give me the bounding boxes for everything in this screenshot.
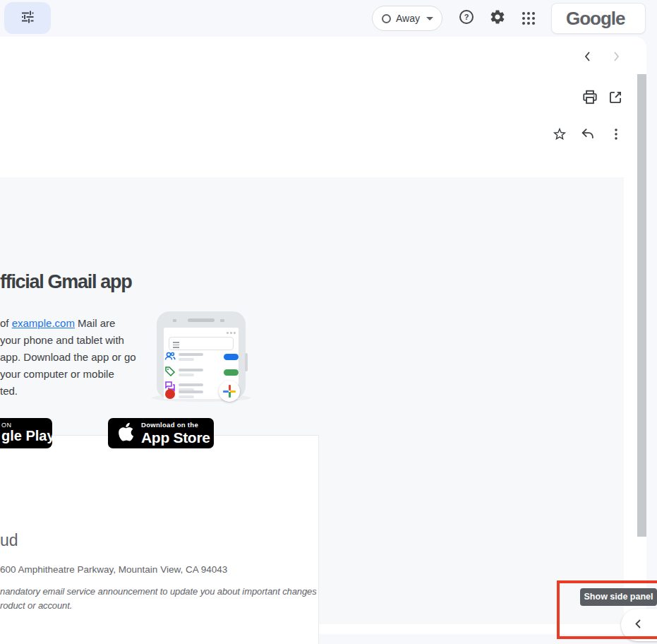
email-paragraph-line: your computer or mobile [0, 368, 114, 380]
email-paragraph-line: your phone and tablet with [0, 334, 124, 346]
caret-down-icon [426, 17, 433, 20]
list-line [179, 353, 203, 356]
email-paragraph-line: ted. [0, 385, 18, 397]
gear-icon [489, 8, 506, 28]
open-in-new-icon [607, 89, 624, 109]
tune-icon [20, 9, 35, 28]
app-store-badge-top-text: Download on the [141, 422, 210, 429]
google-play-badge-main-text: gle Play [1, 428, 52, 444]
footer-address: 600 Amphitheatre Parkway, Mountain View,… [0, 564, 227, 575]
green-pill [224, 369, 239, 376]
footer-brand: ud [0, 531, 18, 550]
apps-grid-icon [522, 12, 535, 25]
footer-disclaimer-line: roduct or account. [0, 600, 72, 611]
label-icon [164, 366, 176, 377]
google-play-badge[interactable]: ON gle Play [0, 418, 52, 448]
google-account-card[interactable]: Google [551, 3, 646, 34]
phone-side-button [245, 353, 248, 371]
people-icon [164, 350, 176, 362]
email-paragraph-line: of example.com Mail are [0, 317, 115, 329]
reply-button[interactable] [579, 127, 596, 144]
list-line [179, 395, 194, 398]
list-line [179, 390, 203, 393]
gmail-window: Away ? Google [0, 0, 657, 644]
chevron-right-icon [609, 49, 623, 66]
footer-disclaimer-line: nandatory email service announcement to … [0, 586, 317, 597]
tune-filters-button[interactable] [4, 2, 51, 34]
email-body [0, 177, 624, 624]
plus-fab-icon [219, 381, 240, 402]
list-line [179, 383, 203, 386]
chevron-left-icon [581, 49, 595, 66]
print-icon [581, 89, 598, 109]
print-button[interactable] [581, 90, 598, 107]
app-store-badge-main-text: App Store [141, 430, 210, 445]
blue-pill [224, 354, 239, 360]
list-line [179, 374, 194, 376]
more-options-button[interactable] [608, 127, 625, 144]
scrollbar-thumb[interactable] [637, 74, 646, 537]
help-icon: ? [458, 8, 475, 28]
more-vert-icon [608, 126, 624, 145]
star-button[interactable] [551, 127, 568, 144]
show-side-panel-button[interactable] [621, 609, 657, 641]
email-paragraph-line: app. Download the app or go [0, 351, 136, 363]
help-button[interactable]: ? [457, 8, 476, 28]
newer-message-button[interactable] [579, 49, 596, 66]
star-icon [552, 126, 567, 145]
settings-button[interactable] [488, 8, 507, 28]
gmail-app-card [0, 435, 319, 644]
older-message-button[interactable] [608, 49, 625, 66]
reply-icon [580, 126, 596, 145]
header-bar: Away ? Google [0, 0, 657, 37]
hamburger-icon [173, 340, 179, 350]
list-line [179, 358, 194, 361]
apps-button[interactable] [519, 8, 538, 28]
red-dot-icon [164, 388, 176, 400]
app-store-badge[interactable]: Download on the App Store [108, 418, 214, 448]
google-logo: Google [566, 8, 625, 30]
chevron-left-icon [633, 619, 644, 632]
phone-speaker-bar [188, 318, 215, 322]
example-com-link[interactable]: example.com [12, 317, 75, 329]
list-line [179, 369, 203, 371]
phone-camera-dot [220, 319, 224, 322]
presence-status-dropdown[interactable]: Away [372, 6, 442, 31]
svg-text:?: ? [464, 13, 469, 21]
email-heading: fficial Gmail app [0, 271, 131, 293]
phone-camera-dot [173, 319, 176, 322]
show-side-panel-tooltip: Show side panel [580, 588, 657, 606]
presence-circle-icon [382, 14, 391, 23]
open-in-new-button[interactable] [607, 90, 624, 107]
apple-logo-icon [116, 422, 135, 446]
status-label: Away [396, 13, 420, 24]
